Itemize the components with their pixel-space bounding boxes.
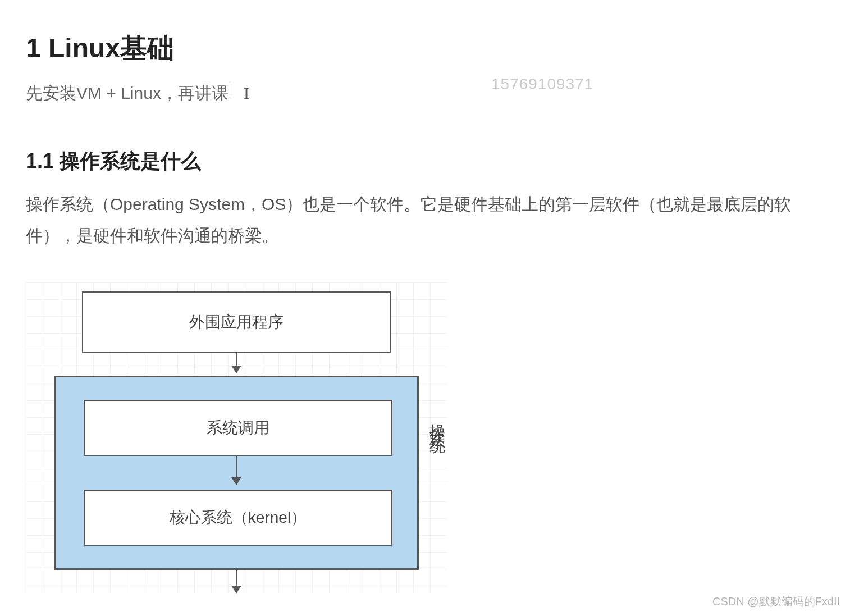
diagram-box-label: 外围应用程序 [189,312,284,333]
footer-watermark: CSDN @默默编码的FxdII [712,594,840,609]
heading-1: 1 Linux基础 [26,30,824,66]
arrow-connector [84,456,389,490]
ibeam-cursor-icon: I [244,84,249,103]
text-caret-icon [230,82,230,98]
diagram-box-kernel: 核心系统（kernel） [84,490,392,546]
diagram-os-container: 系统调用 核心系统（kernel） [54,376,419,570]
body-paragraph: 操作系统（Operating System，OS）也是一个软件。它是硬件基础上的… [26,189,824,251]
arrow-down-icon [236,353,237,372]
arrow-connector [34,353,439,376]
intro-row: 先安装VM + Linux，再讲课 I [26,82,824,105]
intro-text: 先安装VM + Linux，再讲课 [26,82,229,105]
diagram-box-applications: 外围应用程序 [82,291,391,353]
diagram-box-label: 系统调用 [207,417,269,439]
diagram-inner: 外围应用程序 系统调用 核心系统（kernel） 操作系统 [26,282,447,592]
arrow-down-icon [236,456,237,484]
arrow-connector [34,570,439,592]
diagram-box-syscall: 系统调用 [84,400,392,456]
arrow-down-icon [236,570,237,592]
watermark-number: 15769109371 [491,75,593,93]
heading-2: 1.1 操作系统是什么 [26,148,824,175]
diagram-container: 外围应用程序 系统调用 核心系统（kernel） 操作系统 [26,282,447,592]
diagram-side-label: 操作系统 [428,412,447,430]
document-page: 1 Linux基础 先安装VM + Linux，再讲课 I 1576910937… [0,0,850,592]
diagram-box-label: 核心系统（kernel） [170,507,307,528]
